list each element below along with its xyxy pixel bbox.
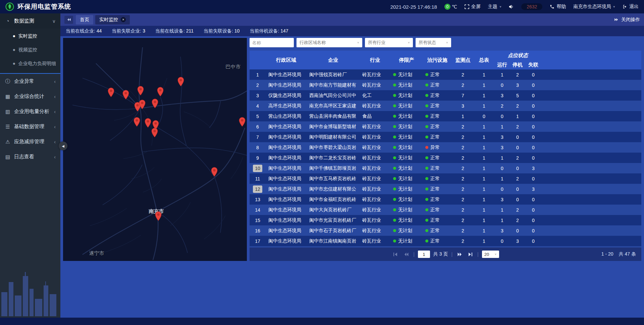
cell-production: 无计划 <box>390 80 423 90</box>
map-pin[interactable] <box>122 90 129 100</box>
cell-facility: 正常 <box>423 90 452 101</box>
sidebar-item-realtime-monitor[interactable]: •实时监控 <box>0 29 60 43</box>
map-pin[interactable] <box>137 86 144 96</box>
map-pin[interactable] <box>108 88 115 97</box>
first-page-button[interactable] <box>392 251 399 258</box>
cell-meters: 1 <box>474 90 494 101</box>
theme-dropdown[interactable]: 主题 ∨ <box>488 4 502 10</box>
region-filter-value: 行政区域名称 <box>300 40 326 46</box>
sidebar-group-log-view[interactable]: ▤日志查看‹ <box>0 149 60 164</box>
table-row[interactable]: 8阆中生态环境局阆中市枣碧大梁山页岩砖瓦行业无计划异常21300 <box>250 142 641 153</box>
table-row[interactable]: 7阆中生态环境局阆中明阳建材有限公司砖瓦行业无计划正常21300 <box>250 132 641 142</box>
stat-item: 当前停机设备: 147 <box>250 28 288 34</box>
production-status-dot <box>393 177 396 180</box>
sidebar-group-emergency-reduction[interactable]: ⚠应急减排管理‹ <box>0 134 60 149</box>
map-pin[interactable] <box>151 128 158 138</box>
speaker-button[interactable] <box>509 4 514 9</box>
page-size-select[interactable]: 20 ∨ <box>482 251 499 258</box>
map-pin[interactable] <box>139 100 146 109</box>
map-pin[interactable] <box>145 118 152 128</box>
table-row[interactable]: 17阆中生态环境局阆中市江南镇阆南页岩砖瓦行业无计划正常21030 <box>250 236 641 246</box>
cell-index: 14 <box>250 205 266 215</box>
table-row[interactable]: 16阆中生态环境局阆中市石子页岩机砖厂砖瓦行业无计划正常21300 <box>250 225 641 236</box>
table-row[interactable]: 3仪陇生态环境局西南油气田分公司川中化工无计划正常71350 <box>250 90 641 101</box>
chevron-down-icon: ∨ <box>446 41 448 44</box>
cell-offline: 0 <box>525 205 541 215</box>
status-filter-select[interactable]: 所有状态 ∨ <box>416 38 451 47</box>
cell-region: 阆中生态环境局 <box>266 215 307 225</box>
chevron-down-icon: ∨ <box>613 5 615 8</box>
separator: | <box>477 252 479 257</box>
table-row[interactable]: 15阆中生态环境局阆中市光富页岩机砖厂砖瓦行业无计划正常21120 <box>250 215 641 225</box>
cell-region: 阆中生态环境局 <box>266 194 307 205</box>
last-page-button[interactable] <box>467 251 474 258</box>
industry-filter-select[interactable]: 所有行业 ∨ <box>365 38 413 47</box>
org-dropdown[interactable]: 南充市生态环境局 ∨ <box>573 4 615 10</box>
table-row[interactable]: 12阆中生态环境局阆中市忠信建材有限公砖瓦行业无计划正常21003 <box>250 184 641 194</box>
map-pin[interactable] <box>177 77 184 87</box>
fullscreen-icon <box>465 4 469 9</box>
table-row[interactable]: 13阆中生态环境局阆中市金福旺页岩机砖砖瓦行业无计划正常21300 <box>250 194 641 205</box>
next-page-button[interactable] <box>456 251 463 258</box>
table-row[interactable]: 2阆中生态环境局阆中市南方节能建材有砖瓦行业无计划正常21030 <box>250 80 641 90</box>
main-split: ◀ 巴中市南充市遂宁市 行政区域名称 ∨ 所有行业 ∨ <box>60 36 644 318</box>
table-row[interactable]: 5营山生态环境局营山县润丰肉食品有限食品无计划正常10010 <box>250 111 641 121</box>
map-pin[interactable] <box>133 117 141 127</box>
sidebar-item-video-monitor[interactable]: •视频监控 <box>0 43 60 57</box>
cell-running: 0 <box>494 184 510 194</box>
close-operations-button[interactable]: 关闭操作 <box>614 17 640 23</box>
map-pin[interactable] <box>239 117 246 127</box>
sidebar-group-base-data[interactable]: ☰基础数据管理‹ <box>0 119 60 134</box>
cell-filler <box>541 173 641 184</box>
cell-running: 1 <box>494 69 510 80</box>
sidebar-group-company-abnormal[interactable]: ⓘ企业异常‹ <box>0 74 60 89</box>
table-row[interactable]: 6阆中生态环境局阆中市金博瑞新型墙材砖瓦行业无计划正常21120 <box>250 121 641 132</box>
map-pin[interactable] <box>155 211 162 221</box>
range-text: 1 - 20 <box>601 251 613 257</box>
tab-close-icon[interactable]: × <box>121 17 126 22</box>
map-pin[interactable] <box>211 167 218 177</box>
cell-running: 0 <box>494 236 510 246</box>
map-panel[interactable]: ◀ 巴中市南充市遂宁市 <box>63 38 247 261</box>
table-row[interactable]: 10阆中生态环境局阆中千佛镇五郎垭页岩砖瓦行业无计划正常21003 <box>250 163 641 173</box>
help-button[interactable]: 帮助 <box>550 4 566 10</box>
logout-button[interactable]: 退出 <box>623 4 639 10</box>
tab-realtime[interactable]: 实时监控× <box>95 15 130 24</box>
fullscreen-button[interactable]: 全屏 <box>465 4 481 10</box>
cell-index: 12 <box>250 184 266 194</box>
page-number-input[interactable] <box>418 251 430 258</box>
cell-production: 无计划 <box>390 205 423 215</box>
datetime: 2021-02-25 17:46:18 <box>390 4 437 10</box>
table-row[interactable]: 4高坪生态环境局南充市高坪区王家店建砖瓦行业无计划正常31220 <box>250 101 641 111</box>
cell-industry: 砖瓦行业 <box>360 142 390 153</box>
cell-points: 2 <box>452 121 474 132</box>
tabs-scroll-left-button[interactable] <box>64 16 73 24</box>
tab-home[interactable]: 首页 <box>76 15 93 24</box>
cell-meters: 1 <box>474 205 494 215</box>
table-row[interactable]: 14阆中生态环境局阆中大兴页岩机砖厂砖瓦行业无计划正常21120 <box>250 205 641 215</box>
cell-industry: 砖瓦行业 <box>360 163 390 173</box>
map-pin[interactable] <box>152 99 159 108</box>
prev-page-button[interactable] <box>402 251 410 258</box>
name-filter-input[interactable] <box>250 38 294 47</box>
sidebar-group-data-monitor[interactable]: ◔数据监测∨ <box>0 13 60 29</box>
table-row[interactable]: 9阆中生态环境局阆中市二龙长宝页岩砖砖瓦行业无计划正常21120 <box>250 153 641 163</box>
cell-production: 无计划 <box>390 111 423 121</box>
sidebar-group-power-analysis[interactable]: ▥企业用电量分析‹ <box>0 104 60 119</box>
map-pin[interactable] <box>157 87 164 97</box>
sidebar-group-company-statistics[interactable]: ▦企业综合统计‹ <box>0 89 60 104</box>
row-index: 6 <box>253 123 262 130</box>
cell-meters: 1 <box>474 215 494 225</box>
table-row[interactable]: 1阆中生态环境局阆中强锐页岩砖厂砖瓦行业无计划正常21120 <box>250 69 641 80</box>
region-filter-select[interactable]: 行政区域名称 ∨ <box>297 38 362 47</box>
cell-filler <box>541 101 641 111</box>
map-collapse-handle[interactable]: ◀ <box>59 142 67 150</box>
alarm-count-badge[interactable]: 2632 <box>521 3 542 10</box>
cell-production: 无计划 <box>390 184 423 194</box>
cell-running: 1 <box>494 205 510 215</box>
sidebar-item-power-load-detail[interactable]: •企业电力负荷明细 <box>0 57 60 70</box>
col-stopped: 停机 <box>510 60 525 69</box>
table-row[interactable]: 11阆中生态环境局阆中市五马桥页岩机砖砖瓦行业无计划正常21120 <box>250 173 641 184</box>
sidebar-item-label: 企业电力负荷明细 <box>18 61 56 67</box>
cell-industry: 化工 <box>360 90 390 101</box>
